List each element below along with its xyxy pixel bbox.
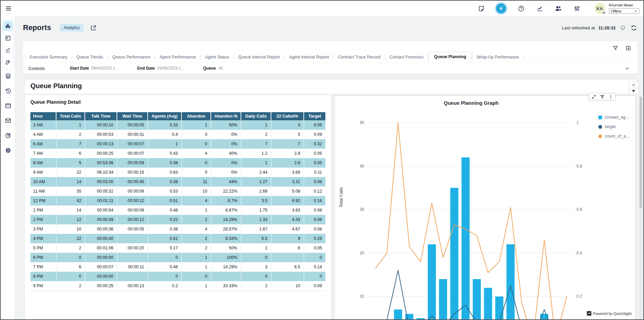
column-header-daily-calls: Daily Calls [241, 112, 271, 120]
sidebar-item-history[interactable] [3, 86, 13, 96]
table-cell: 0.31 [148, 215, 181, 224]
table-cell: 00:01:06 [85, 243, 117, 253]
table-cell: 2.8 [271, 158, 304, 168]
sidebar-item-line-chart[interactable] [3, 45, 13, 55]
scrollbar-thumb[interactable] [640, 97, 642, 208]
queue-planning-detail-panel: Queue Planning Detail HourTotal CallsTal… [25, 95, 331, 320]
hamburger-menu-icon[interactable] [5, 5, 12, 12]
right-axis-tick: 0.4 [576, 251, 582, 255]
sidebar-item-window[interactable] [3, 101, 13, 110]
bar-2-pm[interactable] [484, 288, 492, 320]
table-cell: 2 [181, 215, 211, 224]
table-cell: 00:00:07 [85, 262, 117, 272]
left-axis-tick: 20 [360, 251, 365, 255]
analytics-badge[interactable]: Analytics [60, 24, 83, 31]
tab-executive-summary[interactable]: Executive Summary [25, 52, 72, 63]
table-cell: 00:05:32 [85, 187, 117, 196]
bar-9-am[interactable] [428, 244, 436, 320]
table-header-row: HourTotal CallsTalk TimeWait TimeAgents … [30, 112, 325, 120]
table-cell: 35 [56, 187, 85, 196]
tab-agent-status[interactable]: Agent Status [201, 52, 234, 63]
table-cell: 5 PM [30, 243, 56, 253]
tab-agent-performance[interactable]: Agent Performance [155, 52, 200, 63]
table-row: 9 PM200:00:2500:00:130.2133.33%2100.09 [30, 281, 325, 291]
help-icon[interactable] [517, 5, 525, 12]
bar-3-pm[interactable] [495, 296, 503, 320]
scroll-down-button[interactable] [629, 88, 638, 95]
history-icon [5, 88, 11, 94]
queue-planning-chart[interactable]: 100.2200.4300.6400.8501 [335, 96, 636, 320]
note-icon[interactable] [477, 5, 485, 12]
legend-item-contact-ag[interactable]: contact_ag… [598, 115, 634, 120]
tab-queue-performance[interactable]: Queue Performance [108, 52, 155, 63]
table-cell: 1 [181, 253, 211, 262]
table-cell: 0 [304, 253, 325, 262]
legend-label: target [605, 124, 616, 129]
table-row: 4 AM200:00:5300:00:310.400%250.09 [30, 130, 325, 139]
tab-contract-trace-record[interactable]: Contract Trace Record [333, 52, 385, 63]
table-cell: 9 [271, 234, 304, 243]
table-cell: 0 [241, 272, 271, 281]
bar-6-am[interactable] [394, 310, 402, 320]
sidebar-item-calendar[interactable] [3, 33, 13, 43]
column-header-agents-avg: Agents (Avg) [148, 112, 181, 120]
column-header-talk-time: Talk Time [85, 112, 117, 120]
line-chart-icon [5, 47, 11, 53]
sidebar-item-settings[interactable] [3, 145, 13, 155]
sidebar-item-mail[interactable] [3, 116, 13, 125]
table-row: 12 PM4200:01:1100:00:120.5148.7%3.56.920… [30, 196, 325, 205]
filter-end-date[interactable]: End Date29/05/2023 1... [137, 66, 184, 71]
sidebar-item-edit-chart[interactable] [3, 57, 13, 67]
legend-item-target[interactable]: target [598, 124, 634, 129]
tab-queue-planning[interactable]: Queue Planning [428, 52, 472, 63]
bar-8-am[interactable] [417, 318, 425, 320]
sidebar-item-layers[interactable] [3, 71, 13, 81]
status-select[interactable]: Offline [609, 8, 639, 14]
filter-start-date[interactable]: Start Date09/04/2023 1... [70, 66, 118, 71]
metrics-icon[interactable] [536, 5, 543, 12]
user-block: Khurram Awan Offline [609, 3, 640, 14]
table-cell: 2 [181, 243, 211, 253]
left-axis-tick: 30 [360, 207, 365, 212]
table-cell: 2 [56, 130, 85, 139]
bar-10-am[interactable] [439, 279, 447, 320]
filter-icon[interactable] [612, 44, 619, 52]
sliders-icon[interactable] [573, 5, 580, 12]
users-icon[interactable] [554, 5, 562, 12]
vertical-scrollbar[interactable] [639, 96, 642, 320]
powered-by-badge: Powered by QuickSight [585, 311, 634, 316]
legend-item-count-of-a[interactable]: count_of_a… [598, 134, 634, 139]
external-link-icon[interactable] [90, 25, 97, 31]
sidebar-item-bar-chart[interactable] [3, 21, 13, 31]
sidebar-item-pie-chart[interactable] [3, 130, 13, 140]
avatar-initials: KA [597, 6, 603, 11]
collapse-chevron-icon[interactable] [625, 66, 630, 71]
table-cell: 0% [211, 130, 241, 139]
info-icon[interactable] [619, 24, 626, 31]
lightning-icon[interactable] [496, 3, 506, 14]
scroll-up-button[interactable] [629, 81, 638, 88]
bar-4-pm[interactable] [506, 244, 515, 320]
topbar-actions: KA Khurram Awan Offline [477, 1, 640, 16]
table-cell: 00:00:07 [117, 149, 148, 158]
tab-agent-interval-report[interactable]: Agent Interval Report [284, 52, 333, 63]
refresh-icon[interactable] [630, 24, 637, 31]
table-cell: 0.46 [148, 262, 181, 272]
tab-wrap-up-performance[interactable]: Wrap-Up Performance [472, 52, 523, 63]
bar-12-pm[interactable] [462, 157, 470, 320]
table-row: 8 AM500:53:3600:00:590.3600%12.80.05 [30, 158, 325, 168]
export-icon[interactable] [624, 44, 632, 52]
filter-queue[interactable]: QueueAll [203, 66, 223, 71]
table-cell: 10 AM [30, 177, 56, 187]
table-cell: 00:00:25 [85, 281, 117, 291]
left-axis-tick: 10 [360, 294, 365, 299]
table-cell: 1.67 [241, 224, 271, 234]
avatar[interactable]: KA [594, 3, 605, 14]
tab-contact-forensics[interactable]: Contact Forensics [385, 52, 428, 63]
table-cell: 8 PM [30, 272, 56, 281]
tab-queue-trends[interactable]: Queue Trends [72, 52, 107, 63]
tab-queue-interval-report[interactable]: Queue Interval Report [234, 52, 284, 63]
bar-11-am[interactable] [450, 188, 459, 320]
bar-1-pm[interactable] [473, 279, 481, 320]
table-cell: 0.09 [304, 281, 325, 291]
